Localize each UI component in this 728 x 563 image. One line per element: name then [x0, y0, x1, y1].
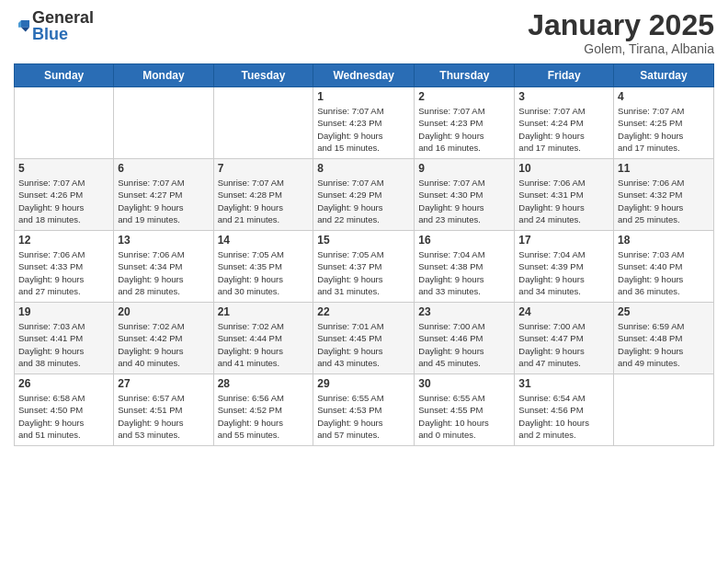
calendar-cell: 19Sunrise: 7:03 AM Sunset: 4:41 PM Dayli…	[15, 303, 114, 374]
day-number: 9	[418, 162, 510, 175]
calendar-cell: 7Sunrise: 7:07 AM Sunset: 4:28 PM Daylig…	[213, 159, 313, 231]
logo-blue-text: Blue	[32, 26, 94, 42]
calendar-cell	[114, 87, 213, 159]
calendar-cell: 20Sunrise: 7:02 AM Sunset: 4:42 PM Dayli…	[114, 303, 213, 374]
day-info: Sunrise: 7:00 AM Sunset: 4:47 PM Dayligh…	[518, 320, 609, 369]
day-number: 23	[418, 305, 510, 318]
logo-general-text: General	[32, 9, 94, 26]
day-number: 3	[518, 90, 609, 103]
day-number: 7	[218, 162, 310, 175]
day-number: 10	[518, 162, 609, 175]
day-info: Sunrise: 7:07 AM Sunset: 4:26 PM Dayligh…	[18, 177, 109, 225]
calendar-cell: 26Sunrise: 6:58 AM Sunset: 4:50 PM Dayli…	[15, 374, 114, 446]
weekday-header-friday: Friday	[515, 64, 614, 87]
day-info: Sunrise: 7:06 AM Sunset: 4:31 PM Dayligh…	[518, 177, 609, 225]
day-info: Sunrise: 7:07 AM Sunset: 4:28 PM Dayligh…	[218, 177, 310, 225]
day-number: 19	[18, 305, 109, 318]
calendar-cell: 12Sunrise: 7:06 AM Sunset: 4:33 PM Dayli…	[15, 231, 114, 303]
page: General Blue January 2025 Golem, Tirana,…	[0, 0, 728, 563]
calendar-cell: 14Sunrise: 7:05 AM Sunset: 4:35 PM Dayli…	[213, 231, 313, 303]
month-title: January 2025	[528, 9, 714, 41]
calendar-cell: 8Sunrise: 7:07 AM Sunset: 4:29 PM Daylig…	[313, 159, 415, 231]
day-info: Sunrise: 7:06 AM Sunset: 4:34 PM Dayligh…	[118, 248, 209, 297]
day-number: 20	[118, 305, 209, 318]
day-number: 12	[18, 234, 109, 247]
day-info: Sunrise: 7:07 AM Sunset: 4:29 PM Dayligh…	[317, 177, 410, 225]
calendar-cell: 13Sunrise: 7:06 AM Sunset: 4:34 PM Dayli…	[114, 231, 213, 303]
svg-marker-1	[21, 28, 29, 32]
day-info: Sunrise: 7:02 AM Sunset: 4:42 PM Dayligh…	[118, 320, 209, 369]
svg-marker-2	[18, 20, 21, 28]
calendar-cell: 18Sunrise: 7:03 AM Sunset: 4:40 PM Dayli…	[614, 231, 714, 303]
day-number: 30	[418, 377, 510, 390]
day-info: Sunrise: 7:05 AM Sunset: 4:35 PM Dayligh…	[218, 248, 310, 297]
day-info: Sunrise: 7:03 AM Sunset: 4:41 PM Dayligh…	[18, 320, 109, 369]
calendar-cell: 27Sunrise: 6:57 AM Sunset: 4:51 PM Dayli…	[114, 374, 213, 446]
header: General Blue January 2025 Golem, Tirana,…	[14, 9, 714, 56]
day-info: Sunrise: 7:03 AM Sunset: 4:40 PM Dayligh…	[618, 248, 710, 297]
weekday-header-row: SundayMondayTuesdayWednesdayThursdayFrid…	[15, 64, 714, 87]
day-info: Sunrise: 6:59 AM Sunset: 4:48 PM Dayligh…	[618, 320, 710, 369]
calendar-cell: 15Sunrise: 7:05 AM Sunset: 4:37 PM Dayli…	[313, 231, 415, 303]
calendar-cell: 30Sunrise: 6:55 AM Sunset: 4:55 PM Dayli…	[415, 374, 515, 446]
weekday-header-monday: Monday	[114, 64, 213, 87]
calendar-cell	[15, 87, 114, 159]
calendar-cell: 29Sunrise: 6:55 AM Sunset: 4:53 PM Dayli…	[313, 374, 415, 446]
day-number: 24	[518, 305, 609, 318]
calendar-cell: 4Sunrise: 7:07 AM Sunset: 4:25 PM Daylig…	[614, 87, 714, 159]
weekday-header-saturday: Saturday	[614, 64, 714, 87]
calendar-cell: 28Sunrise: 6:56 AM Sunset: 4:52 PM Dayli…	[213, 374, 313, 446]
title-section: January 2025 Golem, Tirana, Albania	[528, 9, 714, 56]
day-number: 13	[118, 234, 209, 247]
day-number: 31	[518, 377, 609, 390]
day-number: 5	[18, 162, 109, 175]
day-info: Sunrise: 7:01 AM Sunset: 4:45 PM Dayligh…	[317, 320, 410, 369]
day-info: Sunrise: 7:00 AM Sunset: 4:46 PM Dayligh…	[418, 320, 510, 369]
calendar-cell: 3Sunrise: 7:07 AM Sunset: 4:24 PM Daylig…	[515, 87, 614, 159]
day-number: 6	[118, 162, 209, 175]
calendar-cell: 5Sunrise: 7:07 AM Sunset: 4:26 PM Daylig…	[15, 159, 114, 231]
day-number: 1	[317, 90, 410, 103]
calendar-cell: 17Sunrise: 7:04 AM Sunset: 4:39 PM Dayli…	[515, 231, 614, 303]
weekday-header-wednesday: Wednesday	[313, 64, 415, 87]
day-info: Sunrise: 7:07 AM Sunset: 4:30 PM Dayligh…	[418, 177, 510, 225]
calendar-cell	[213, 87, 313, 159]
logo-text: General Blue	[32, 9, 94, 42]
calendar-cell: 21Sunrise: 7:02 AM Sunset: 4:44 PM Dayli…	[213, 303, 313, 374]
calendar-cell: 9Sunrise: 7:07 AM Sunset: 4:30 PM Daylig…	[415, 159, 515, 231]
day-info: Sunrise: 7:05 AM Sunset: 4:37 PM Dayligh…	[317, 248, 410, 297]
logo: General Blue	[14, 9, 94, 42]
day-info: Sunrise: 7:04 AM Sunset: 4:38 PM Dayligh…	[418, 248, 510, 297]
day-number: 26	[18, 377, 109, 390]
calendar-table: SundayMondayTuesdayWednesdayThursdayFrid…	[14, 63, 714, 446]
calendar-cell: 31Sunrise: 6:54 AM Sunset: 4:56 PM Dayli…	[515, 374, 614, 446]
day-info: Sunrise: 7:04 AM Sunset: 4:39 PM Dayligh…	[518, 248, 609, 297]
day-info: Sunrise: 7:06 AM Sunset: 4:32 PM Dayligh…	[618, 177, 710, 225]
day-number: 2	[418, 90, 510, 103]
day-info: Sunrise: 6:57 AM Sunset: 4:51 PM Dayligh…	[118, 392, 209, 441]
day-info: Sunrise: 7:07 AM Sunset: 4:23 PM Dayligh…	[317, 105, 410, 154]
day-info: Sunrise: 6:55 AM Sunset: 4:55 PM Dayligh…	[418, 392, 510, 441]
day-info: Sunrise: 7:07 AM Sunset: 4:25 PM Dayligh…	[618, 105, 710, 154]
day-number: 29	[317, 377, 410, 390]
day-info: Sunrise: 6:56 AM Sunset: 4:52 PM Dayligh…	[218, 392, 310, 441]
calendar-cell: 22Sunrise: 7:01 AM Sunset: 4:45 PM Dayli…	[313, 303, 415, 374]
calendar-cell: 23Sunrise: 7:00 AM Sunset: 4:46 PM Dayli…	[415, 303, 515, 374]
day-number: 22	[317, 305, 410, 318]
day-number: 17	[518, 234, 609, 247]
week-row-3: 12Sunrise: 7:06 AM Sunset: 4:33 PM Dayli…	[15, 231, 714, 303]
day-number: 11	[618, 162, 710, 175]
day-number: 18	[618, 234, 710, 247]
location: Golem, Tirana, Albania	[528, 41, 714, 56]
day-info: Sunrise: 6:55 AM Sunset: 4:53 PM Dayligh…	[317, 392, 410, 441]
calendar-cell: 11Sunrise: 7:06 AM Sunset: 4:32 PM Dayli…	[614, 159, 714, 231]
calendar-cell: 6Sunrise: 7:07 AM Sunset: 4:27 PM Daylig…	[114, 159, 213, 231]
day-info: Sunrise: 6:58 AM Sunset: 4:50 PM Dayligh…	[18, 392, 109, 441]
day-info: Sunrise: 6:54 AM Sunset: 4:56 PM Dayligh…	[518, 392, 609, 441]
calendar-cell: 1Sunrise: 7:07 AM Sunset: 4:23 PM Daylig…	[313, 87, 415, 159]
day-info: Sunrise: 7:07 AM Sunset: 4:24 PM Dayligh…	[518, 105, 609, 154]
calendar-cell: 10Sunrise: 7:06 AM Sunset: 4:31 PM Dayli…	[515, 159, 614, 231]
day-info: Sunrise: 7:07 AM Sunset: 4:23 PM Dayligh…	[418, 105, 510, 154]
week-row-4: 19Sunrise: 7:03 AM Sunset: 4:41 PM Dayli…	[15, 303, 714, 374]
svg-marker-0	[21, 20, 29, 28]
